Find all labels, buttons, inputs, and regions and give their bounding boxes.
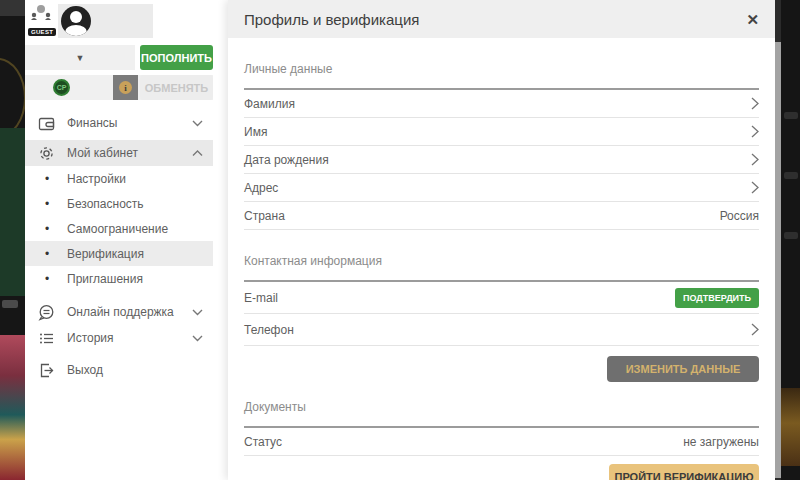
- field-label: Имя: [244, 125, 267, 139]
- field-label: Статус: [244, 435, 282, 449]
- verify-button-row: ПРОЙТИ ВЕРИФИКАЦИЮ: [244, 464, 759, 480]
- list-icon: [38, 330, 55, 347]
- chevron-up-icon: [192, 150, 203, 157]
- bonus-info-button[interactable]: i: [113, 75, 138, 100]
- field-label: Страна: [244, 209, 285, 223]
- chevron-right-icon: [751, 181, 759, 194]
- field-value: Россия: [720, 209, 759, 223]
- sidebar-item-label: Самоограничение: [67, 222, 168, 236]
- sidebar-item-label: Финансы: [67, 116, 192, 130]
- field-label: Фамилия: [244, 97, 295, 111]
- field-row-email: E-mail ПОДТВЕРДИТЬ: [244, 282, 759, 314]
- sidebar-item-label: Мой кабинет: [67, 146, 192, 160]
- sidebar-item-verification[interactable]: • Верификация: [25, 241, 213, 266]
- sidebar-item-label: Приглашения: [67, 272, 143, 286]
- cabinet-submenu: • Настройки • Безопасность • Самоогранич…: [25, 166, 213, 291]
- chevron-right-icon: [751, 153, 759, 166]
- section-contact-heading: Контактная информация: [244, 254, 759, 282]
- chevron-down-icon: [192, 335, 203, 342]
- sidebar-item-self-limitation[interactable]: • Самоограничение: [25, 216, 213, 241]
- section-personal-heading: Личные данные: [244, 62, 759, 90]
- bullet-icon: •: [45, 172, 67, 186]
- chevron-down-icon: [192, 120, 203, 127]
- screen: GUEST ▼ ПОПОЛНИТЬ CP i ОБМЕНЯТЬ: [0, 0, 800, 480]
- field-label: E-mail: [244, 291, 278, 305]
- gear-icon: [38, 145, 55, 162]
- field-row-surname[interactable]: Фамилия: [244, 90, 759, 118]
- background-fragment: [0, 0, 25, 16]
- account-sidebar: GUEST ▼ ПОПОЛНИТЬ CP i ОБМЕНЯТЬ: [25, 0, 213, 480]
- sidebar-item-label: Настройки: [67, 172, 126, 186]
- bullet-icon: •: [45, 222, 67, 236]
- sidebar-item-label: Онлайн поддержка: [67, 305, 192, 319]
- wallet-icon: [38, 115, 55, 132]
- dropdown-arrow-icon: ▼: [76, 53, 85, 63]
- chevron-right-icon: [751, 323, 759, 336]
- sidebar-item-invitations[interactable]: • Приглашения: [25, 266, 213, 291]
- topup-button[interactable]: ПОПОЛНИТЬ: [140, 45, 213, 70]
- pass-verification-button[interactable]: ПРОЙТИ ВЕРИФИКАЦИЮ: [609, 464, 759, 480]
- sidebar-item-security[interactable]: • Безопасность: [25, 191, 213, 216]
- field-row-address[interactable]: Адрес: [244, 174, 759, 202]
- sidebar-item-label: Выход: [67, 363, 203, 377]
- background-game-thumbnail: [0, 335, 25, 480]
- info-icon: i: [119, 81, 132, 94]
- background-logo-fragment: [0, 58, 25, 138]
- logout-icon: [38, 362, 55, 379]
- field-label: Адрес: [244, 181, 278, 195]
- sidebar-menu: Финансы Мой кабинет • Настройки: [25, 110, 213, 383]
- cp-coin-icon: CP: [53, 79, 70, 96]
- avatar-silhouette-icon: [61, 6, 91, 36]
- chevron-down-icon: [192, 309, 203, 316]
- field-label: Телефон: [244, 323, 294, 337]
- sidebar-item-label: Безопасность: [67, 197, 144, 211]
- chevron-right-icon: [751, 125, 759, 138]
- background-site-left: [0, 0, 25, 480]
- bonus-row: CP i ОБМЕНЯТЬ: [25, 75, 213, 100]
- sidebar-item-label: История: [67, 331, 192, 345]
- edit-data-button[interactable]: ИЗМЕНИТЬ ДАННЫЕ: [607, 356, 759, 382]
- field-row-status: Статус не загружены: [244, 428, 759, 456]
- profile-modal: Профиль и верификация ✕ Личные данные Фа…: [228, 0, 775, 480]
- status-value: не загружены: [683, 435, 759, 449]
- section-documents-heading: Документы: [244, 400, 759, 428]
- modal-body: Личные данные Фамилия Имя Дата рождения: [228, 62, 775, 480]
- confirm-email-button[interactable]: ПОДТВЕРДИТЬ: [675, 288, 759, 308]
- field-label: Дата рождения: [244, 153, 329, 167]
- guest-badge: GUEST: [28, 28, 56, 36]
- guest-users-icon: [28, 4, 54, 20]
- bullet-icon: •: [45, 197, 67, 211]
- balance-dropdown[interactable]: ▼: [25, 45, 135, 70]
- background-fragment: [784, 112, 798, 119]
- bullet-icon: •: [45, 247, 67, 261]
- chevron-right-icon: [751, 97, 759, 110]
- modal-title: Профиль и верификация: [244, 11, 746, 28]
- bullet-icon: •: [45, 272, 67, 286]
- background-fragment: [784, 232, 798, 239]
- background-fragment: [2, 300, 18, 308]
- sidebar-item-settings[interactable]: • Настройки: [25, 166, 213, 191]
- sidebar-item-label: Верификация: [67, 247, 144, 261]
- background-site-right: [781, 0, 800, 480]
- background-game-thumbnail: [781, 388, 800, 466]
- close-icon[interactable]: ✕: [746, 12, 759, 27]
- sidebar-item-finances[interactable]: Финансы: [25, 110, 213, 136]
- sidebar-item-logout[interactable]: Выход: [25, 357, 213, 383]
- field-row-firstname[interactable]: Имя: [244, 118, 759, 146]
- field-row-phone[interactable]: Телефон: [244, 314, 759, 346]
- exchange-button[interactable]: ОБМЕНЯТЬ: [140, 75, 213, 100]
- background-fragment: [784, 172, 798, 179]
- sidebar-item-support[interactable]: Онлайн поддержка: [25, 299, 213, 325]
- sidebar-item-history[interactable]: История: [25, 325, 213, 351]
- edit-button-row: ИЗМЕНИТЬ ДАННЫЕ: [244, 356, 759, 382]
- modal-header: Профиль и верификация ✕: [228, 0, 775, 38]
- balance-row: ▼ ПОПОЛНИТЬ: [25, 45, 213, 70]
- sidebar-item-cabinet[interactable]: Мой кабинет: [25, 140, 213, 166]
- background-fragment: [0, 128, 25, 296]
- user-row: GUEST: [28, 4, 153, 40]
- guest-account-button[interactable]: GUEST: [28, 4, 56, 38]
- avatar[interactable]: [58, 4, 153, 38]
- field-row-country: Страна Россия: [244, 202, 759, 230]
- field-row-birthdate[interactable]: Дата рождения: [244, 146, 759, 174]
- chat-icon: [38, 304, 55, 321]
